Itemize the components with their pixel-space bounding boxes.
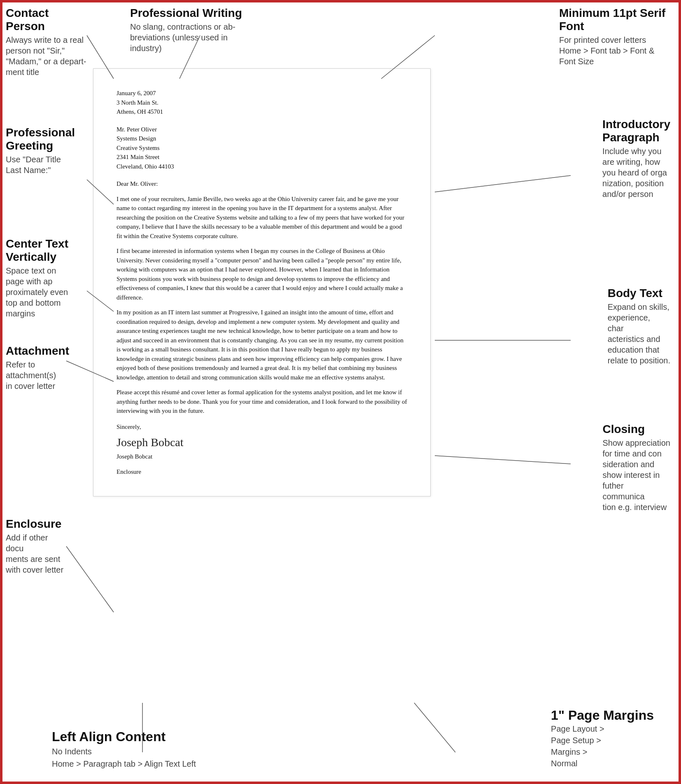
center-text-title: Center Text Vertically (6, 237, 68, 264)
center-text-body: Space text on page with ap­ proximately … (6, 265, 68, 319)
attachment-title: Attachment (6, 344, 69, 358)
page-margins-title: 1" Page Margins (551, 708, 654, 723)
greeting-annotation: Professional Greeting Use "Dear Title La… (6, 126, 75, 176)
enclosure-annotation: Enclosure Add if other docu­ ments are s… (6, 517, 68, 575)
professional-writing-annotation: Professional Writing No slang, contracti… (130, 7, 254, 54)
introductory-body: Include why you are writing, how you hea… (602, 146, 670, 199)
letter-paragraph-4: Please accept this résumé and cover lett… (117, 388, 407, 416)
body-text-annotation: Body Text Expand on skills, experience, … (608, 287, 670, 366)
minimum-font-annotation: Minimum 11pt Serif Font For printed cove… (559, 7, 670, 67)
letter-recipient: Mr. Peter Oliver Systems Design Creative… (117, 125, 407, 171)
letter-enclosure: Enclosure (117, 467, 407, 477)
letter-date-block: January 6, 2007 3 North Main St. Athens,… (117, 89, 407, 117)
letter-closing: Sincerely, Joseph Bobcat Joseph Bobcat E… (117, 422, 407, 477)
left-align-annotation: Left Align Content No Indents Home > Par… (52, 729, 196, 769)
recipient-name: Mr. Peter Oliver (117, 125, 407, 134)
letter-document: January 6, 2007 3 North Main St. Athens,… (93, 68, 431, 496)
attachment-body: Refer to attachment(s) in cover letter (6, 359, 69, 391)
body-text-title: Body Text (608, 287, 670, 300)
greeting-title: Professional Greeting (6, 126, 75, 152)
letter-sender-line2: Athens, OH 45701 (117, 107, 407, 117)
minimum-font-title: Minimum 11pt Serif Font (559, 7, 670, 33)
attachment-annotation: Attachment Refer to attachment(s) in cov… (6, 344, 69, 391)
left-align-title: Left Align Content (52, 729, 196, 744)
letter-salutation: Dear Mr. Oliver: (117, 179, 407, 189)
closing-title: Closing (602, 423, 670, 436)
letter-date: January 6, 2007 (117, 89, 407, 98)
introductory-title: Introductory Paragraph (602, 118, 670, 144)
greeting-body: Use "Dear Title Last Name:" (6, 154, 75, 176)
enclosure-title: Enclosure (6, 517, 68, 531)
svg-line-7 (435, 176, 571, 192)
enclosure-body: Add if other docu­ ments are sent with c… (6, 532, 68, 575)
letter-paragraph-2: I first became interested in information… (117, 246, 407, 302)
svg-line-9 (435, 456, 571, 464)
letter-signature: Joseph Bobcat (117, 434, 407, 451)
letter-paragraph-1: I met one of your recruiters, Jamie Bevi… (117, 194, 407, 241)
recipient-title: Systems Design (117, 134, 407, 143)
svg-line-11 (414, 703, 455, 752)
left-align-subtitle: No Indents (52, 746, 196, 757)
contact-person-title: Contact Person (6, 7, 90, 33)
center-text-annotation: Center Text Vertically Space text on pag… (6, 237, 68, 319)
minimum-font-body: For printed cover letters Home > Font ta… (559, 35, 670, 67)
closing-annotation: Closing Show appreciation for time and c… (602, 423, 670, 513)
letter-body: I met one of your recruiters, Jamie Bevi… (117, 194, 407, 416)
svg-line-6 (66, 546, 114, 612)
closing-word: Sincerely, (117, 422, 407, 432)
page-margins-line1: Page Layout > (551, 723, 654, 735)
letter-typed-name: Joseph Bobcat (117, 452, 407, 461)
left-align-instruction: Home > Paragraph tab > Align Text Left (52, 758, 196, 769)
body-text-body: Expand on skills, experience, char­ acte… (608, 302, 670, 366)
letter-sender-line1: 3 North Main St. (117, 98, 407, 108)
closing-body: Show appreciation for time and con­ side… (602, 438, 670, 513)
recipient-city: Cleveland, Ohio 44103 (117, 162, 407, 171)
introductory-annotation: Introductory Paragraph Include why you a… (602, 118, 670, 199)
professional-writing-body: No slang, contractions or ab­breviations… (130, 21, 254, 54)
page-margins-line4: Normal (551, 758, 654, 769)
professional-writing-title: Professional Writing (130, 7, 254, 20)
recipient-street: 2341 Main Street (117, 152, 407, 162)
contact-person-body: Always write to a real person not "Sir,"… (6, 35, 90, 77)
recipient-company: Creative Systems (117, 143, 407, 153)
page-margins-line3: Margins > (551, 746, 654, 758)
letter-paragraph-3: In my position as an IT intern last summ… (117, 308, 407, 382)
page-margins-annotation: 1" Page Margins Page Layout > Page Setup… (551, 708, 654, 769)
contact-person-annotation: Contact Person Always write to a real pe… (6, 7, 90, 77)
page-margins-line2: Page Setup > (551, 735, 654, 746)
